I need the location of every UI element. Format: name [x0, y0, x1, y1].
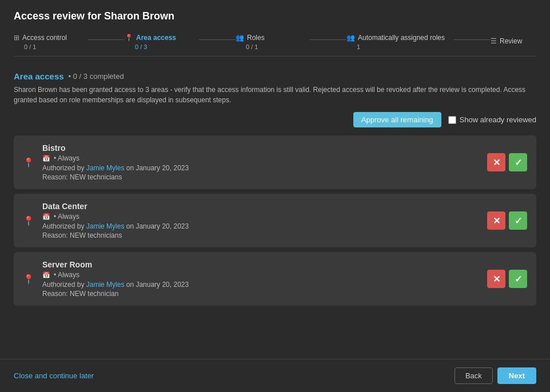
item-info-data-center: Data Center 📅 • Always Authorized by Jam… — [42, 202, 479, 239]
item-reason-bistro: Reason: NEW technicians — [42, 173, 479, 181]
access-item-data-center: 📍 Data Center 📅 • Always Authorized by J… — [14, 194, 536, 247]
footer-nav: Back Next — [455, 367, 536, 384]
main-content: Area access • 0 / 3 completed Sharon Bro… — [0, 62, 550, 359]
item-info-bistro: Bistro 📅 • Always Authorized by Jamie My… — [42, 143, 479, 181]
show-reviewed-text: Show already reviewed — [460, 115, 536, 124]
step-roles-label: Roles — [247, 34, 265, 42]
section-count: • 0 / 3 completed — [69, 72, 124, 81]
show-reviewed-checkbox[interactable] — [448, 116, 456, 124]
item-name-bistro: Bistro — [42, 143, 479, 153]
review-icon: ☰ — [491, 37, 497, 45]
close-continue-later-button[interactable]: Close and continue later — [14, 371, 94, 380]
step-roles-progress: 0 / 1 — [236, 43, 258, 50]
reject-button-data-center[interactable]: ✕ — [487, 211, 505, 230]
step-roles[interactable]: 👥 Roles 0 / 1 — [236, 30, 310, 56]
page-container: Access review for Sharon Brown ⊞ Access … — [0, 0, 550, 392]
item-schedule-server-room: • Always — [54, 271, 79, 279]
item-auth-server-room: Authorized by Jamie Myles on January 20,… — [42, 281, 479, 289]
section-title: Area access — [14, 71, 64, 81]
step-area-access-label: Area access — [136, 34, 176, 42]
item-actions-data-center: ✕ ✓ — [487, 211, 527, 230]
reject-button-bistro[interactable]: ✕ — [487, 153, 505, 171]
area-access-icon: 📍 — [125, 34, 133, 42]
roles-icon: 👥 — [236, 34, 244, 42]
item-auth-data-center: Authorized by Jamie Myles on January 20,… — [42, 222, 479, 230]
step-auto-roles-progress: 1 — [346, 43, 360, 50]
step-divider-2 — [199, 39, 236, 40]
schedule-icon-bistro: 📅 — [42, 155, 50, 162]
location-icon-data-center: 📍 — [23, 215, 34, 226]
item-name-data-center: Data Center — [42, 202, 479, 211]
item-auth-bistro: Authorized by Jamie Myles on January 20,… — [42, 164, 479, 172]
approve-button-data-center[interactable]: ✓ — [509, 211, 527, 230]
step-review[interactable]: ☰ Review — [491, 34, 536, 53]
step-access-control-label: Access control — [22, 34, 67, 42]
item-schedule-data-center: • Always — [54, 213, 79, 221]
auth-link-bistro[interactable]: Jamie Myles — [86, 164, 125, 172]
step-area-access[interactable]: 📍 Area access 0 / 3 — [125, 30, 199, 56]
schedule-icon-server-room: 📅 — [42, 271, 50, 279]
auto-roles-icon: 👥 — [346, 34, 355, 42]
actions-row: Approve all remaining Show already revie… — [14, 112, 536, 127]
schedule-icon-data-center: 📅 — [42, 213, 50, 221]
item-actions-server-room: ✕ ✓ — [487, 270, 527, 288]
step-divider-1 — [88, 39, 125, 40]
step-divider-4 — [454, 39, 491, 40]
approve-button-bistro[interactable]: ✓ — [509, 153, 527, 171]
access-item-bistro: 📍 Bistro 📅 • Always Authorized by Jamie … — [14, 135, 536, 189]
approve-all-button[interactable]: Approve all remaining — [353, 112, 441, 127]
page-footer: Close and continue later Back Next — [0, 359, 550, 392]
section-header: Area access • 0 / 3 completed Sharon Bro… — [14, 71, 536, 105]
next-button[interactable]: Next — [497, 367, 536, 384]
location-icon-bistro: 📍 — [23, 157, 34, 168]
access-item-server-room: 📍 Server Room 📅 • Always Authorized by J… — [14, 252, 536, 306]
step-access-control[interactable]: ⊞ Access control 0 / 1 — [14, 30, 88, 56]
item-name-server-room: Server Room — [42, 260, 479, 269]
step-auto-roles[interactable]: 👥 Automatically assigned roles 1 — [346, 30, 454, 56]
access-control-icon: ⊞ — [14, 34, 19, 42]
step-auto-roles-label: Automatically assigned roles — [358, 34, 445, 42]
item-schedule-bistro: • Always — [54, 154, 79, 162]
auth-link-server-room[interactable]: Jamie Myles — [86, 281, 125, 289]
page-header: Access review for Sharon Brown ⊞ Access … — [0, 0, 550, 62]
auth-link-data-center[interactable]: Jamie Myles — [86, 222, 125, 230]
reject-button-server-room[interactable]: ✕ — [487, 270, 505, 288]
section-description: Sharon Brown has been granted access to … — [14, 85, 536, 105]
item-reason-data-center: Reason: NEW technicians — [42, 231, 479, 239]
item-actions-bistro: ✕ ✓ — [487, 153, 527, 171]
step-divider-3 — [310, 39, 346, 40]
item-reason-server-room: Reason: NEW technician — [42, 290, 479, 298]
page-title: Access review for Sharon Brown — [14, 10, 536, 22]
location-icon-server-room: 📍 — [23, 274, 34, 285]
back-button[interactable]: Back — [455, 367, 493, 384]
step-review-label: Review — [500, 37, 522, 45]
steps-bar: ⊞ Access control 0 / 1 📍 Area access 0 /… — [14, 30, 536, 57]
approve-button-server-room[interactable]: ✓ — [509, 270, 527, 288]
step-access-control-progress: 0 / 1 — [14, 43, 36, 50]
show-reviewed-label[interactable]: Show already reviewed — [448, 115, 536, 124]
step-area-access-progress: 0 / 3 — [125, 43, 147, 50]
item-info-server-room: Server Room 📅 • Always Authorized by Jam… — [42, 260, 479, 298]
